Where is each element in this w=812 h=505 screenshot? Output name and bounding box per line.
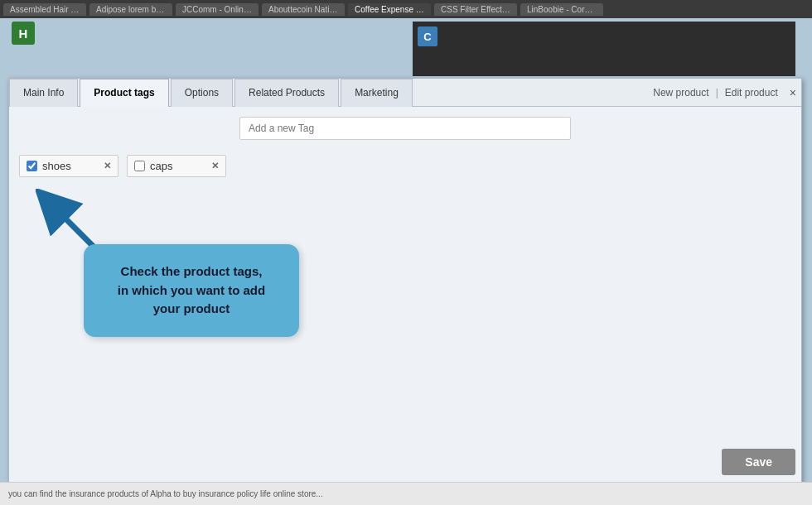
website-footer: you can find the insurance products of A…: [0, 482, 812, 505]
tooltip-bubble: Check the product tags,in which you want…: [84, 244, 299, 337]
tab-related-products[interactable]: Related Products: [234, 79, 339, 107]
dialog-tab-bar: Main Info Product tags Options Related P…: [9, 79, 801, 107]
tag-remove-shoes[interactable]: ✕: [104, 161, 111, 171]
tooltip-text: Check the product tags,in which you want…: [118, 264, 265, 315]
app-icon: H: [12, 22, 35, 45]
tag-checkbox-shoes[interactable]: [27, 161, 37, 171]
dialog-content: shoes ✕ caps ✕ Check th: [9, 107, 801, 488]
browser-tab-5[interactable]: Coffee Expense List...: [348, 3, 431, 16]
dialog-close-button[interactable]: ×: [785, 84, 801, 101]
bottom-bar: Save: [713, 442, 804, 482]
browser-tab-2[interactable]: Adipose lorem blur...: [89, 3, 172, 16]
tags-row: shoes ✕ caps ✕: [19, 152, 791, 180]
tab-options[interactable]: Options: [171, 79, 233, 107]
edit-product-label[interactable]: Edit product: [725, 87, 778, 99]
add-tag-input[interactable]: [239, 117, 571, 140]
add-tag-container: [19, 117, 791, 140]
actions-separator: |: [716, 87, 718, 99]
new-product-label[interactable]: New product: [653, 87, 708, 99]
tag-item-caps: caps ✕: [127, 155, 226, 177]
tab-main-info[interactable]: Main Info: [9, 79, 78, 107]
browser-tab-7[interactable]: LinBoobie - Corporate...: [520, 3, 603, 16]
footer-text: you can find the insurance products of A…: [8, 489, 323, 498]
tag-item-shoes: shoes ✕: [19, 155, 118, 177]
save-button[interactable]: Save: [722, 449, 795, 475]
c-app-icon: C: [418, 26, 437, 46]
tab-marketing[interactable]: Marketing: [341, 79, 413, 107]
tag-label-caps: caps: [150, 160, 206, 172]
browser-tab-3[interactable]: JCComm - Online Stor...: [176, 3, 259, 16]
browser-tab-6[interactable]: CSS Filter Effects Earn...: [434, 3, 517, 16]
tag-checkbox-caps[interactable]: [134, 161, 145, 171]
tab-product-tags[interactable]: Product tags: [80, 79, 168, 107]
browser-tab-1[interactable]: Assembled Hair - Inbox...: [3, 3, 86, 16]
top-right-overlay: C: [413, 22, 795, 76]
browser-tab-bar: Assembled Hair - Inbox... Adipose lorem …: [0, 0, 812, 18]
dialog-actions: New product | Edit product: [653, 87, 785, 99]
product-dialog: Main Info Product tags Options Related P…: [8, 78, 802, 488]
tag-label-shoes: shoes: [42, 160, 99, 172]
tag-remove-caps[interactable]: ✕: [211, 161, 219, 171]
browser-tab-4[interactable]: Abouttecoin Nation...: [262, 3, 345, 16]
